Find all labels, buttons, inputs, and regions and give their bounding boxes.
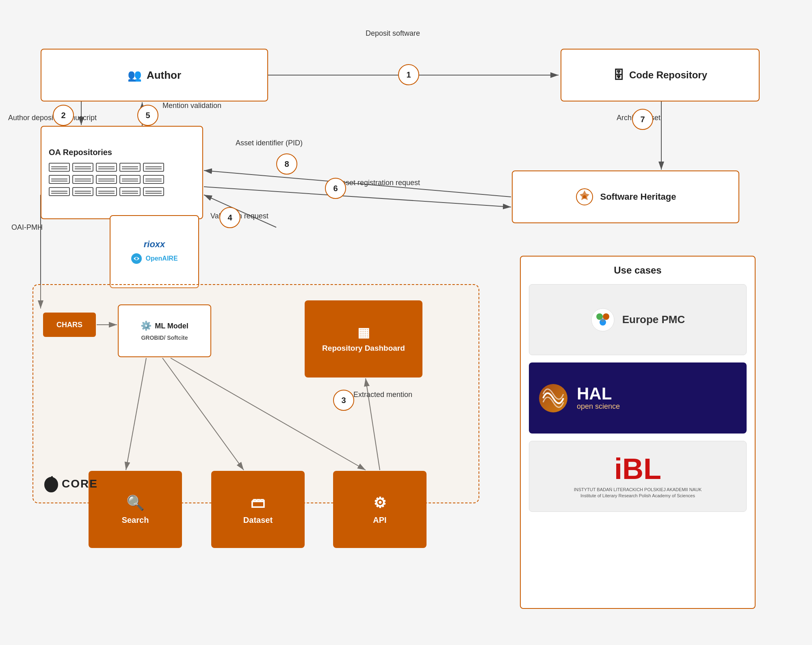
ml-model-box: ⚙️ ML Model GROBID/ Softcite: [118, 304, 211, 357]
ml-model-sublabel: GROBID/ Softcite: [141, 334, 188, 341]
oai-pmh-label: OAI-PMH: [11, 222, 43, 233]
author-box: 👥 Author: [41, 49, 268, 101]
rack-unit: [119, 187, 141, 196]
svg-point-23: [601, 318, 605, 322]
badge-6: 6: [325, 178, 346, 199]
europe-pmc-content: Europe PMC: [582, 300, 693, 340]
api-box: ⚙ API: [333, 471, 427, 548]
badge-5: 5: [137, 105, 158, 126]
deposit-software-label: Deposit software: [366, 28, 420, 39]
rack-unit: [96, 163, 117, 172]
asset-identifier-label: Asset identifier (PID): [236, 138, 303, 148]
hal-sublabel: open science: [577, 402, 620, 411]
chars-label: CHARS: [56, 321, 82, 329]
europe-pmc-item: Europe PMC: [529, 284, 747, 355]
rack-unit: [119, 175, 141, 184]
badge-2: 2: [53, 105, 74, 126]
rack-unit: [49, 163, 70, 172]
chars-box: CHARS: [43, 313, 96, 337]
ml-model-header: ⚙️ ML Model: [141, 321, 188, 331]
sw-heritage-box: Software Heritage: [512, 170, 739, 223]
core-logo: CORE: [44, 475, 98, 493]
rack-unit: [72, 175, 93, 184]
europe-pmc-icon: [591, 308, 615, 332]
server-rack-row2: [49, 175, 164, 184]
svg-point-18: [135, 257, 138, 260]
author-icon: 👥: [128, 69, 142, 82]
ibl-logo: iBL: [614, 454, 661, 483]
rack-unit: [96, 175, 117, 184]
api-icon: ⚙: [373, 494, 386, 511]
core-apple-icon: [44, 475, 58, 493]
rack-unit: [143, 175, 164, 184]
ibl-content: iBL INSTYTUT BADAŃ LITERACKICH POLSKIEJ …: [529, 441, 746, 511]
search-icon: 🔍: [126, 494, 145, 511]
dataset-box: 🗃 Dataset: [211, 471, 305, 548]
code-repo-icon: 🗄: [613, 69, 624, 82]
svg-point-16: [583, 195, 586, 198]
use-cases-panel: Use cases Europe PMC: [520, 256, 756, 609]
badge-7: 7: [632, 109, 653, 130]
author-label: Author: [147, 69, 181, 82]
oa-repo-box: OA Repositories: [41, 126, 203, 219]
ibl-item: iBL INSTYTUT BADAŃ LITERACKICH POLSKIEJ …: [529, 441, 747, 512]
ibl-logo-text: iBL: [614, 454, 661, 483]
hal-text: HAL open science: [577, 385, 620, 411]
rioxx-box: rioxx OpenAIRE: [110, 215, 199, 288]
sw-heritage-icon: [575, 187, 594, 207]
rack-unit: [143, 187, 164, 196]
rack-unit: [49, 187, 70, 196]
ibl-fullname: INSTYTUT BADAŃ LITERACKICH POLSKIEJ AKAD…: [574, 487, 702, 498]
dataset-icon: 🗃: [251, 494, 265, 511]
asset-registration-label: Asset registration request: [337, 178, 420, 188]
hal-item: HAL open science: [529, 362, 747, 434]
dataset-label: Dataset: [243, 516, 273, 525]
rack-unit: [72, 163, 93, 172]
server-rack-row3: [49, 187, 164, 196]
hal-content: HAL open science: [529, 374, 747, 423]
ml-model-label: ML Model: [155, 322, 188, 330]
rack-unit: [96, 187, 117, 196]
mention-validation-label: Mention validation: [162, 101, 221, 111]
core-label: CORE: [62, 477, 98, 490]
extracted-mention-label: Extracted mention: [353, 390, 412, 400]
dashboard-icon: ▦: [357, 325, 370, 340]
badge-3: 3: [333, 390, 354, 411]
repo-dashboard-label: Repository Dashboard: [322, 343, 405, 354]
sw-heritage-label: Software Heritage: [600, 192, 676, 202]
rack-unit: [49, 175, 70, 184]
rack-unit: [72, 187, 93, 196]
europe-pmc-label: Europe PMC: [622, 313, 685, 326]
code-repo-label: Code Repository: [629, 69, 707, 81]
code-repo-box: 🗄 Code Repository: [561, 49, 760, 101]
rack-unit: [143, 163, 164, 172]
gear-icon: ⚙️: [141, 321, 152, 331]
repo-dashboard-box: ▦ Repository Dashboard: [305, 300, 422, 378]
api-label: API: [373, 516, 386, 525]
diagram-container: 👥 Author 🗄 Code Repository OA Repositori…: [0, 0, 812, 645]
hal-icon: [537, 382, 569, 414]
svg-line-7: [204, 187, 511, 207]
use-cases-title: Use cases: [529, 265, 747, 276]
badge-8: 8: [276, 153, 297, 175]
oa-repo-label: OA Repositories: [49, 148, 112, 157]
openaire-item: OpenAIRE: [131, 253, 178, 264]
server-rack-row1: [49, 163, 164, 172]
hal-label: HAL: [577, 385, 620, 402]
badge-4: 4: [219, 207, 240, 228]
openaire-label: OpenAIRE: [145, 255, 178, 262]
rack-unit: [119, 163, 141, 172]
search-label: Search: [122, 516, 149, 525]
openaire-icon: [131, 253, 142, 264]
badge-1: 1: [398, 64, 419, 85]
rioxx-label: rioxx: [144, 239, 165, 250]
search-box: 🔍 Search: [89, 471, 182, 548]
